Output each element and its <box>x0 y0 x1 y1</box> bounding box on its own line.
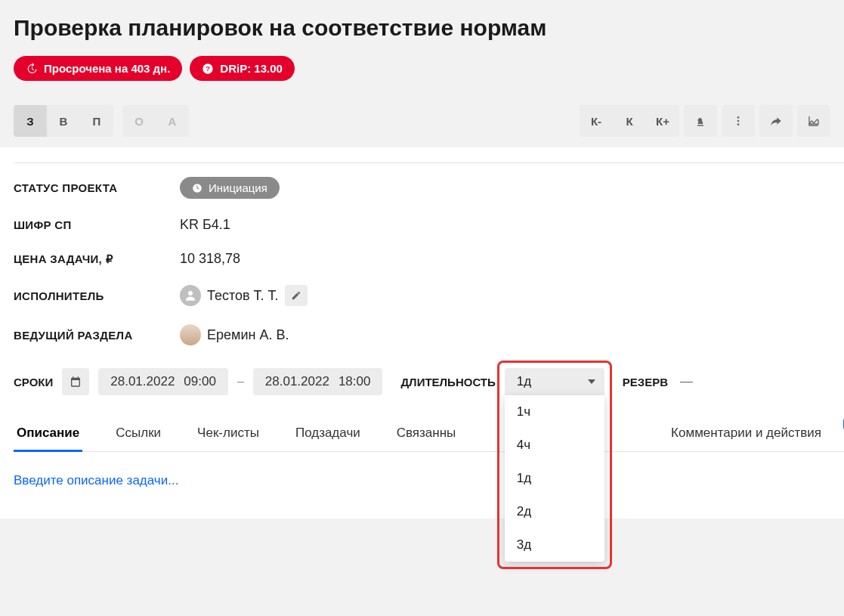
history-icon <box>26 63 38 75</box>
clock-icon <box>192 183 202 193</box>
view-tab-p[interactable]: П <box>80 105 113 137</box>
k-minus-button[interactable]: К- <box>580 105 613 137</box>
knight-icon <box>694 115 706 127</box>
duration-option[interactable]: 2д <box>505 495 604 528</box>
person-icon <box>184 289 197 302</box>
k-plus-button[interactable]: К+ <box>646 105 679 137</box>
view-tab-group-1: З В П <box>14 105 113 137</box>
dates-label: СРОКИ <box>14 376 53 388</box>
tab-links[interactable]: Ссылки <box>113 426 164 451</box>
drip-badge: ? DRiP: 13.00 <box>190 56 295 81</box>
tab-description[interactable]: Описание <box>14 426 82 451</box>
chart-line-icon <box>808 115 820 127</box>
drip-text: DRiP: 13.00 <box>220 62 283 75</box>
svg-point-4 <box>737 123 740 125</box>
status-pill: Инициация <box>180 177 280 199</box>
svg-text:?: ? <box>206 65 210 73</box>
duration-label: ДЛИТЕЛЬНОСТЬ <box>400 376 495 388</box>
svg-point-3 <box>737 120 740 122</box>
duration-option[interactable]: 4ч <box>505 429 604 462</box>
code-value: KR Б4.1 <box>180 217 230 233</box>
duration-option[interactable]: 1ч <box>505 395 604 429</box>
svg-point-2 <box>737 116 740 119</box>
more-vertical-icon <box>732 115 744 127</box>
lead-value: Еремин А. В. <box>207 327 289 343</box>
end-time: 18:00 <box>339 374 371 389</box>
duration-value: 1д <box>517 374 531 388</box>
stats-button[interactable] <box>797 105 830 137</box>
tab-subtasks[interactable]: Подзадачи <box>292 426 363 451</box>
end-date: 28.01.2022 <box>265 374 329 389</box>
tab-checklists[interactable]: Чек-листы <box>194 426 262 451</box>
chevron-down-icon <box>588 379 595 384</box>
assignee-label: ИСПОЛНИТЕЛЬ <box>14 289 180 302</box>
overdue-badge: Просрочена на 403 дн. <box>14 56 182 81</box>
overdue-text: Просрочена на 403 дн. <box>44 62 170 75</box>
price-label: ЦЕНА ЗАДАЧИ, ₽ <box>14 252 180 266</box>
help-icon: ? <box>202 63 214 75</box>
view-tab-v[interactable]: В <box>47 105 80 137</box>
knight-button[interactable] <box>684 105 717 137</box>
status-value: Инициация <box>209 181 267 194</box>
edit-assignee-button[interactable] <box>285 285 308 306</box>
share-button[interactable] <box>759 105 793 137</box>
status-label: СТАТУС ПРОЕКТА <box>14 181 180 194</box>
k-button[interactable]: К <box>613 105 646 137</box>
reserve-label: РЕЗЕРВ <box>623 376 668 388</box>
lead-label: ВЕДУЩИЙ РАЗДЕЛА <box>14 329 180 342</box>
view-tab-z[interactable]: З <box>14 105 47 137</box>
duration-dropdown: 1ч4ч1д2д3д <box>505 395 604 562</box>
start-date: 28.01.2022 <box>110 374 175 389</box>
duration-select[interactable]: 1д 1ч4ч1д2д3д <box>505 368 604 395</box>
price-value: 10 318,78 <box>180 251 240 267</box>
tab-comments-label: Комментарии и действия <box>671 426 821 440</box>
assignee-value: Тестов Т. Т. <box>207 288 279 304</box>
tab-comments[interactable]: Комментарии и действия 1 <box>668 426 844 451</box>
assignee-avatar <box>180 285 201 306</box>
view-tab-group-2: О А <box>122 105 189 137</box>
share-icon <box>770 115 782 127</box>
date-separator: – <box>237 375 244 388</box>
calendar-icon <box>70 376 82 388</box>
page-title: Проверка планировок на соответствие норм… <box>14 15 844 41</box>
lead-avatar <box>180 324 201 345</box>
reserve-value: — <box>680 374 693 389</box>
end-date-chip[interactable]: 28.01.2022 18:00 <box>253 368 383 395</box>
calendar-button[interactable] <box>62 368 89 395</box>
pencil-icon <box>291 290 301 301</box>
duration-option[interactable]: 1д <box>505 462 604 495</box>
tab-linked[interactable]: Связанны <box>394 426 459 451</box>
start-date-chip[interactable]: 28.01.2022 09:00 <box>98 368 228 395</box>
duration-option[interactable]: 3д <box>505 528 604 562</box>
description-input[interactable]: Введите описание задачи... <box>14 473 844 488</box>
view-tab-a[interactable]: А <box>156 105 189 137</box>
more-button[interactable] <box>722 105 755 137</box>
view-tab-o[interactable]: О <box>122 105 156 137</box>
svg-point-6 <box>188 291 193 296</box>
start-time: 09:00 <box>184 374 216 389</box>
code-label: ШИФР СП <box>14 218 180 231</box>
